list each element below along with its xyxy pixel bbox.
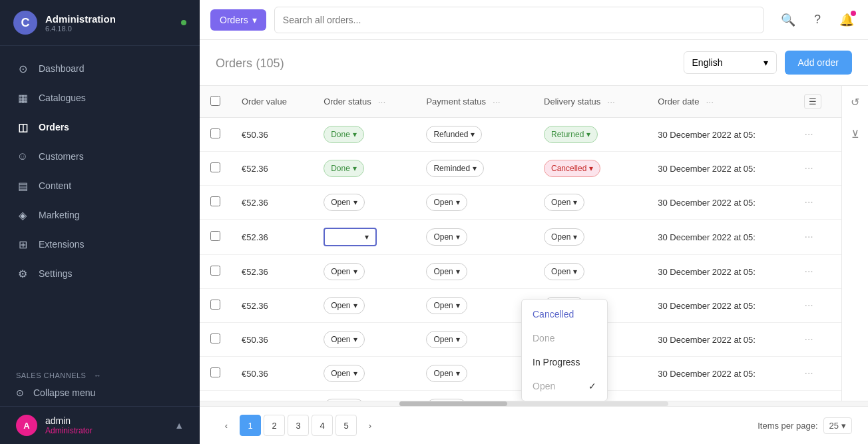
row-checkbox[interactable]: [210, 333, 220, 343]
row-checkbox[interactable]: [210, 162, 220, 172]
delivery-status-badge[interactable]: Open ▾: [544, 194, 584, 211]
dropdown-option-done[interactable]: Done: [522, 326, 607, 350]
delivery-status-cell[interactable]: Cancelled ▾: [533, 152, 647, 186]
row-actions-cell[interactable]: ···: [793, 220, 841, 255]
sidebar-item-extensions[interactable]: ⊞ Extensions: [0, 230, 200, 259]
order-status-badge[interactable]: Open ▾: [324, 194, 364, 211]
sidebar-item-customers[interactable]: ☺ Customers: [0, 142, 200, 171]
collapse-menu[interactable]: ⊙ Collapse menu: [0, 382, 200, 403]
payment-status-badge[interactable]: Open ▾: [426, 331, 467, 348]
order-status-dropdown[interactable]: Cancelled Done In Progress Open ✓: [521, 299, 608, 401]
next-page-button[interactable]: ›: [359, 415, 381, 436]
delivery-status-cell[interactable]: Open ▾: [533, 220, 647, 255]
page-5-button[interactable]: 5: [335, 415, 357, 436]
order-status-cell[interactable]: ▾: [313, 220, 415, 255]
col-order-date-dots[interactable]: ···: [706, 97, 714, 107]
payment-status-cell[interactable]: Open ▾: [415, 391, 533, 401]
col-delivery-status-dots[interactable]: ···: [607, 97, 615, 107]
payment-status-cell[interactable]: Open ▾: [415, 357, 533, 391]
row-actions-cell[interactable]: ···: [793, 255, 841, 289]
payment-status-badge[interactable]: Reminded ▾: [426, 160, 484, 177]
delivery-status-badge[interactable]: Returned ▾: [544, 126, 598, 143]
row-menu-dots[interactable]: ···: [804, 333, 813, 345]
search-input[interactable]: [283, 15, 756, 25]
order-status-badge[interactable]: Open ▾: [324, 399, 364, 401]
order-status-badge[interactable]: Open ▾: [324, 331, 364, 348]
row-checkbox[interactable]: [210, 300, 220, 310]
dropdown-option-open[interactable]: Open ✓: [522, 374, 607, 398]
delivery-status-badge[interactable]: Open ▾: [544, 228, 584, 246]
dropdown-option-in-progress[interactable]: In Progress: [522, 350, 607, 374]
payment-status-badge[interactable]: Open ▾: [426, 365, 467, 382]
order-status-dropdown-trigger[interactable]: ▾: [324, 228, 377, 246]
order-status-cell[interactable]: Open ▾: [313, 323, 415, 357]
row-menu-dots[interactable]: ···: [804, 128, 813, 140]
row-menu-dots[interactable]: ···: [804, 196, 813, 208]
row-menu-dots[interactable]: ···: [804, 162, 813, 174]
payment-status-cell[interactable]: Open ▾: [415, 289, 533, 323]
order-status-cell[interactable]: Done ▾: [313, 152, 415, 186]
row-checkbox[interactable]: [210, 196, 220, 206]
order-status-cell[interactable]: Open ▾: [313, 255, 415, 289]
order-status-badge[interactable]: Open ▾: [324, 297, 364, 314]
page-1-button[interactable]: 1: [240, 415, 261, 436]
row-checkbox[interactable]: [210, 128, 220, 138]
order-status-badge[interactable]: Open ▾: [324, 365, 364, 382]
user-section[interactable]: A admin Administrator ▲: [0, 406, 200, 444]
sidebar-item-dashboard[interactable]: ⊙ Dashboard: [0, 54, 200, 83]
col-order-status-dots[interactable]: ···: [378, 97, 386, 107]
payment-status-badge[interactable]: Open ▾: [426, 228, 467, 246]
row-actions-cell[interactable]: ···: [793, 391, 841, 401]
payment-status-badge[interactable]: Open ▾: [426, 399, 467, 401]
payment-status-cell[interactable]: Reminded ▾: [415, 152, 533, 186]
delivery-status-cell[interactable]: Returned ▾: [533, 118, 647, 152]
row-checkbox[interactable]: [210, 266, 220, 276]
order-status-badge[interactable]: Open ▾: [324, 263, 364, 280]
payment-status-cell[interactable]: Open ▾: [415, 323, 533, 357]
page-2-button[interactable]: 2: [264, 415, 285, 436]
dropdown-option-cancelled[interactable]: Cancelled: [522, 302, 607, 326]
order-status-cell[interactable]: Open ▾: [313, 357, 415, 391]
row-menu-dots[interactable]: ···: [804, 231, 813, 242]
order-status-cell[interactable]: Open ▾: [313, 289, 415, 323]
delivery-status-cell[interactable]: Open ▾: [533, 186, 647, 220]
payment-status-cell[interactable]: Open ▾: [415, 255, 533, 289]
orders-dropdown[interactable]: Orders ▾: [210, 9, 266, 31]
row-menu-dots[interactable]: ···: [804, 367, 813, 379]
sidebar-item-settings[interactable]: ⚙ Settings: [0, 259, 200, 288]
notification-icon[interactable]: 🔔: [836, 9, 857, 31]
order-status-cell[interactable]: Done ▾: [313, 118, 415, 152]
sidebar-item-marketing[interactable]: ◈ Marketing: [0, 200, 200, 230]
row-actions-cell[interactable]: ···: [793, 357, 841, 391]
search-bar[interactable]: [274, 7, 764, 33]
sidebar-item-orders[interactable]: ◫ Orders: [0, 112, 200, 142]
items-per-page-select[interactable]: 25 ▾: [823, 417, 852, 434]
payment-status-badge[interactable]: Refunded ▾: [426, 126, 482, 143]
order-status-badge[interactable]: Done ▾: [324, 160, 364, 177]
search-icon[interactable]: 🔍: [777, 9, 799, 31]
sidebar-item-catalogues[interactable]: ▦ Catalogues: [0, 83, 200, 112]
order-status-cell[interactable]: Open ▾: [313, 391, 415, 401]
delivery-status-badge[interactable]: Open ▾: [544, 263, 584, 280]
row-actions-cell[interactable]: ···: [793, 323, 841, 357]
payment-status-cell[interactable]: Open ▾: [415, 186, 533, 220]
language-select[interactable]: English ▾: [684, 51, 777, 74]
sidebar-item-content[interactable]: ▤ Content: [0, 171, 200, 200]
row-menu-dots[interactable]: ···: [804, 266, 813, 277]
row-actions-cell[interactable]: ···: [793, 118, 841, 152]
delivery-status-badge[interactable]: Cancelled ▾: [544, 160, 600, 177]
order-status-badge[interactable]: Done ▾: [324, 126, 364, 143]
row-actions-cell[interactable]: ···: [793, 186, 841, 220]
payment-status-badge[interactable]: Open ▾: [426, 194, 467, 211]
select-all-checkbox[interactable]: [210, 96, 220, 106]
refresh-icon[interactable]: ↺: [845, 91, 866, 112]
row-checkbox[interactable]: [210, 231, 220, 241]
payment-status-cell[interactable]: Refunded ▾: [415, 118, 533, 152]
row-menu-dots[interactable]: ···: [804, 300, 813, 311]
page-3-button[interactable]: 3: [288, 415, 309, 436]
row-checkbox[interactable]: [210, 367, 220, 377]
col-payment-status-dots[interactable]: ···: [493, 97, 501, 107]
horizontal-scrollbar[interactable]: [200, 401, 868, 406]
page-4-button[interactable]: 4: [312, 415, 333, 436]
delivery-status-cell[interactable]: Open ▾: [533, 255, 647, 289]
